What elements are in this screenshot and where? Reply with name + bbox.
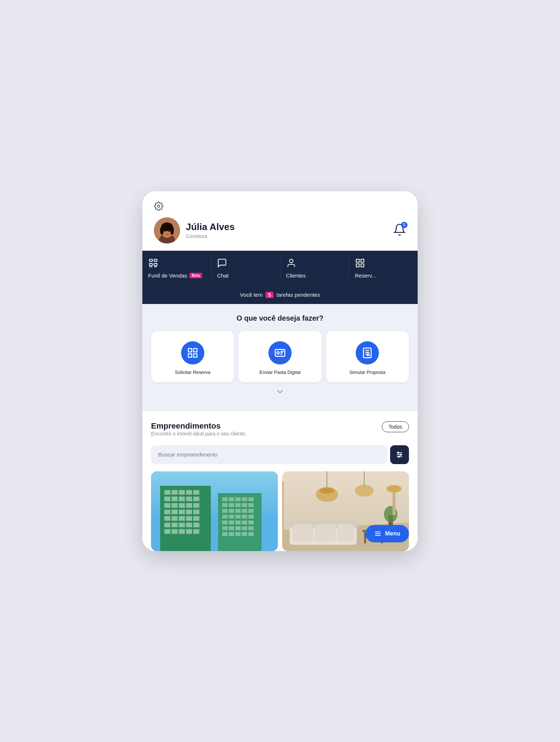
action-card-pasta-label: Enviar Pasta Digital [259, 370, 300, 375]
svg-rect-113 [242, 532, 247, 536]
bell-badge: 2 [401, 222, 408, 228]
svg-rect-45 [172, 490, 177, 495]
svg-rect-95 [222, 515, 227, 518]
svg-rect-13 [150, 263, 152, 266]
svg-rect-114 [248, 532, 254, 536]
svg-rect-85 [222, 503, 227, 507]
svg-rect-133 [393, 489, 396, 515]
svg-rect-35 [367, 354, 369, 355]
svg-rect-98 [242, 515, 247, 518]
empreend-title: Empreendimentos [151, 421, 247, 431]
svg-rect-125 [315, 524, 336, 541]
svg-rect-24 [188, 354, 192, 357]
svg-rect-44 [164, 490, 170, 495]
tab-funil[interactable]: Funil de Vendas Beta [142, 251, 211, 286]
svg-rect-76 [179, 529, 185, 534]
svg-rect-75 [172, 529, 177, 534]
svg-rect-22 [188, 349, 192, 352]
svg-rect-107 [235, 526, 241, 530]
grid-icon [355, 258, 365, 270]
svg-rect-59 [164, 510, 170, 514]
svg-rect-12 [154, 259, 157, 261]
header: Júlia Alves Corretora 2 [142, 191, 418, 251]
svg-rect-73 [193, 523, 199, 527]
svg-rect-94 [248, 509, 254, 513]
svg-rect-86 [229, 503, 234, 507]
svg-rect-102 [235, 521, 241, 524]
svg-point-8 [170, 226, 174, 235]
svg-rect-77 [186, 529, 192, 534]
svg-rect-124 [293, 524, 313, 541]
svg-point-40 [400, 454, 402, 455]
svg-rect-112 [235, 532, 241, 536]
svg-rect-57 [186, 503, 192, 508]
svg-rect-84 [248, 497, 254, 501]
tab-clientes[interactable]: Clientes [280, 251, 349, 286]
empreend-section: Empreendimentos Encontre o imóvel ideal … [142, 411, 418, 551]
action-card-pasta[interactable]: Enviar Pasta Digital [238, 331, 321, 382]
profile-info: Júlia Alves Corretora [186, 221, 235, 239]
svg-rect-88 [242, 503, 247, 507]
list-icon [148, 258, 158, 270]
svg-rect-23 [193, 349, 197, 352]
device-frame: Júlia Alves Corretora 2 [142, 191, 418, 551]
profile-role: Corretora [186, 233, 235, 239]
svg-rect-111 [229, 532, 234, 536]
property-card-building[interactable] [151, 471, 278, 551]
todos-button[interactable]: Todos [382, 421, 409, 432]
svg-rect-55 [172, 503, 177, 508]
action-section: O que você deseja fazer? Solicitar Reser… [142, 304, 418, 411]
action-title: O que você deseja fazer? [151, 314, 409, 322]
action-card-reserva[interactable]: Solicitar Reserva [151, 331, 234, 382]
filter-button[interactable] [390, 445, 409, 464]
svg-point-7 [160, 226, 164, 235]
svg-rect-47 [186, 490, 192, 495]
nav-tabs: Funil de Vendas Beta Chat Clientes [142, 251, 418, 286]
svg-point-17 [289, 259, 293, 262]
tasks-banner: Você tem 5 tarefas pendentes [142, 286, 418, 304]
menu-fab-button[interactable]: Menu [365, 525, 409, 542]
svg-rect-11 [150, 259, 152, 261]
svg-point-0 [158, 205, 160, 207]
tab-funil-label-row: Funil de Vendas Beta [148, 272, 202, 279]
svg-rect-96 [229, 515, 234, 518]
action-card-proposta[interactable]: Simular Proposta [326, 331, 409, 382]
svg-rect-18 [356, 259, 359, 262]
svg-rect-103 [242, 521, 247, 524]
empreend-titles: Empreendimentos Encontre o imóvel ideal … [151, 421, 247, 444]
svg-rect-78 [193, 529, 199, 534]
menu-lines-icon [374, 530, 381, 537]
svg-rect-65 [172, 516, 177, 521]
user-icon [286, 258, 296, 270]
svg-rect-69 [164, 523, 170, 527]
empreend-subtitle: Encontre o imóvel ideal para o seu clien… [151, 431, 247, 437]
svg-point-134 [386, 485, 401, 492]
action-icon-proposta [356, 341, 379, 364]
chevron-down-icon [275, 387, 285, 397]
svg-rect-60 [172, 510, 177, 514]
svg-rect-132 [282, 481, 284, 530]
tab-reserv[interactable]: Reserv... [349, 251, 418, 286]
svg-rect-108 [242, 526, 247, 530]
action-card-proposta-label: Simular Proposta [349, 370, 385, 375]
svg-rect-97 [235, 515, 241, 518]
svg-rect-21 [361, 264, 364, 267]
svg-rect-105 [222, 526, 227, 530]
svg-rect-58 [193, 503, 199, 508]
svg-rect-89 [248, 503, 254, 507]
svg-rect-93 [242, 509, 247, 513]
notification-bell[interactable]: 2 [393, 223, 406, 238]
tab-clientes-label: Clientes [286, 272, 306, 279]
svg-rect-61 [179, 510, 185, 514]
svg-rect-71 [179, 523, 185, 527]
svg-rect-52 [186, 497, 192, 501]
search-input[interactable] [151, 445, 387, 464]
svg-point-41 [398, 456, 400, 457]
settings-icon[interactable] [154, 201, 406, 212]
tab-chat[interactable]: Chat [211, 251, 280, 286]
svg-rect-49 [164, 497, 170, 501]
svg-rect-82 [235, 497, 241, 501]
avatar [154, 217, 180, 243]
svg-rect-104 [248, 521, 254, 524]
chevron-down-row[interactable] [151, 382, 409, 401]
